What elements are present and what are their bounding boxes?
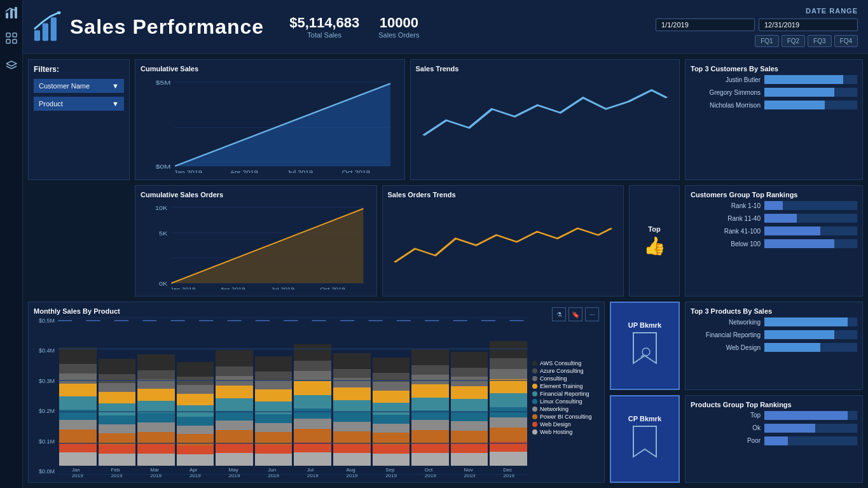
fq2-button[interactable]: FQ2 <box>782 35 805 47</box>
legend-aws: AWS Consulting <box>532 360 599 366</box>
rank-bar-4: Below 100 <box>691 239 857 248</box>
rank-track-4 <box>764 239 857 248</box>
customer-name-2: Gregory Simmons <box>691 89 761 96</box>
legend-dot-webhosting <box>532 429 537 435</box>
cumulative-sales-panel: Cumulative Sales $5M $0M Jan 2019 Apr 20… <box>135 59 405 180</box>
customer-name-3: Nicholas Morrison <box>691 102 761 109</box>
product-fill-1 <box>764 317 848 326</box>
legend-dot-financial <box>532 391 537 396</box>
customer-bar-fill-2 <box>764 88 834 97</box>
product-rank-label-2: Ok <box>691 424 761 431</box>
page-title: Sales Performance <box>70 15 264 39</box>
total-sales-label: Total Sales <box>289 31 359 39</box>
chevron-down-icon: ▼ <box>112 100 119 108</box>
quarter-buttons: FQ1 FQ2 FQ3 FQ4 <box>755 35 858 47</box>
fq4-button[interactable]: FQ4 <box>834 35 858 47</box>
product-track-1 <box>764 317 857 326</box>
product-rank-bar-2: Ok <box>691 424 857 433</box>
date-end-input[interactable] <box>759 18 858 31</box>
sales-orders-trends-panel: Sales Orders Trends <box>382 185 624 296</box>
cumulative-orders-title: Cumulative Sales Orders <box>141 191 371 199</box>
rank-fill-3 <box>764 227 820 235</box>
product-fill-2 <box>764 330 834 339</box>
product-bar-3: Web Design <box>691 343 857 352</box>
top-products-title: Top 3 Products By Sales <box>691 307 857 315</box>
main-area: Sales Performance $5,114,683 Total Sales… <box>23 0 868 488</box>
legend-dot-powerbi <box>532 414 537 419</box>
thumbs-up-icon: 👍 <box>644 235 666 256</box>
svg-rect-1 <box>10 10 13 18</box>
customer-bar-track-2 <box>764 88 857 97</box>
spacer <box>28 185 130 296</box>
sales-trends-panel: Sales Trends <box>410 59 680 180</box>
svg-text:Apr 2019: Apr 2019 <box>230 169 259 173</box>
svg-rect-5 <box>6 39 10 43</box>
x-axis-labels: Jan2019 Feb2019 Mar2019 Apr2019 May2019 … <box>58 467 528 478</box>
sales-orders-metric: 10000 Sales Orders <box>378 15 419 39</box>
monthly-sales-panel: Monthly Sales By Product ⚗ 🔖 ··· $0.5M $… <box>28 302 605 483</box>
bar-sep <box>373 358 410 466</box>
bookmark-toolbar-button[interactable]: 🔖 <box>568 307 582 321</box>
header-metrics: $5,114,683 Total Sales 10000 Sales Order… <box>289 15 419 39</box>
up-bookmark-panel[interactable]: UP Bkmrk <box>610 302 680 390</box>
fq1-button[interactable]: FQ1 <box>755 35 778 47</box>
svg-rect-6 <box>13 39 17 43</box>
bar-jun <box>255 356 293 466</box>
filters-title: Filters: <box>34 65 124 74</box>
legend-webhosting: Web Hosting <box>532 429 599 435</box>
fq3-button[interactable]: FQ3 <box>808 35 831 47</box>
product-name-1: Networking <box>691 319 761 326</box>
customer-bar-2: Gregory Simmons <box>691 88 857 97</box>
bar-aug <box>333 353 371 466</box>
cp-bookmark-panel[interactable]: CP Bkmrk <box>610 395 680 484</box>
more-toolbar-button[interactable]: ··· <box>585 307 599 321</box>
thumb-label: Top <box>648 225 660 233</box>
top-customers-title: Top 3 Customers By Sales <box>691 65 857 73</box>
customer-bar-3: Nicholas Morrison <box>691 101 857 109</box>
cumulative-sales-chart: $5M $0M Jan 2019 Apr 2019 Jul 2019 Oct 2… <box>141 75 399 173</box>
legend-azure: Azure Consulting <box>532 368 599 374</box>
customer-bar-track-3 <box>764 101 857 109</box>
product-bar-2: Financial Reporting <box>691 330 857 339</box>
svg-text:Jul 2019: Jul 2019 <box>271 286 294 289</box>
middle-row: Cumulative Sales Orders 10K 5K 0K Jan 20… <box>28 185 863 296</box>
product-rank-track-1 <box>764 411 857 420</box>
layers-icon[interactable] <box>4 56 19 71</box>
svg-text:Oct 2019: Oct 2019 <box>320 286 345 289</box>
date-inputs <box>656 18 858 31</box>
product-rank-fill-1 <box>764 411 848 420</box>
thumb-panel: Top 👍 <box>629 185 680 296</box>
rank-fill-4 <box>764 239 834 248</box>
legend-financial: Financial Reporting <box>532 391 599 397</box>
sales-orders-trends-chart <box>388 201 619 289</box>
bookmark-up-icon <box>631 331 659 370</box>
customer-bar-1: Justin Butler <box>691 75 857 84</box>
sales-trends-title: Sales Trends <box>416 65 675 73</box>
bookmark-cp-icon <box>631 425 659 463</box>
filter-toolbar-button[interactable]: ⚗ <box>552 307 566 321</box>
cumulative-sales-title: Cumulative Sales <box>141 65 399 73</box>
svg-text:10K: 10K <box>155 205 168 211</box>
svg-text:$0M: $0M <box>156 163 171 170</box>
sales-trends-chart <box>416 75 675 173</box>
product-filter[interactable]: Product ▼ <box>34 97 124 111</box>
rank-bar-2: Rank 11-40 <box>691 214 857 223</box>
date-start-input[interactable] <box>656 18 755 31</box>
stacked-bars-container <box>58 317 528 466</box>
sales-orders-label: Sales Orders <box>378 31 419 39</box>
chart-icon[interactable] <box>4 5 19 20</box>
content-area: Filters: Customer Name ▼ Product ▼ Cumul… <box>23 54 868 488</box>
svg-rect-3 <box>6 33 10 37</box>
legend-dot-consulting <box>532 376 537 381</box>
grid-icon[interactable] <box>4 31 19 46</box>
product-track-2 <box>764 330 857 339</box>
up-bookmark-title: UP Bkmrk <box>628 321 661 329</box>
product-rank-label-1: Top <box>691 412 761 419</box>
rank-track-2 <box>764 214 857 223</box>
customers-group-title: Customers Group Top Rankings <box>691 191 857 199</box>
customer-name-filter[interactable]: Customer Name ▼ <box>34 79 124 93</box>
cumulative-orders-chart: 10K 5K 0K Jan 2019 Apr 2019 Jul 2019 Oct… <box>141 201 371 289</box>
rank-fill-1 <box>764 201 783 210</box>
bar-oct <box>411 349 449 466</box>
product-rank-bar-1: Top <box>691 411 857 420</box>
